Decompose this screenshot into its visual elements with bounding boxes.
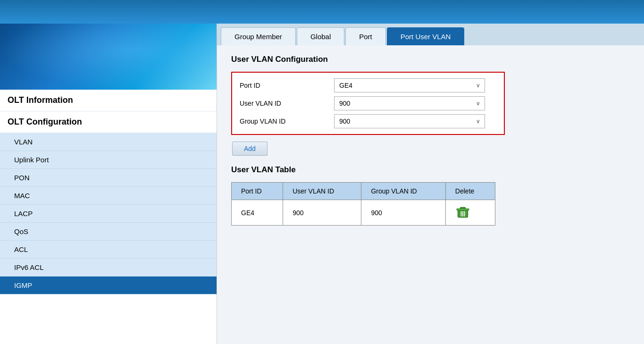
nav-title-olt-info[interactable]: OLT Information xyxy=(0,90,217,111)
svg-rect-2 xyxy=(457,209,469,210)
tab-global[interactable]: Global xyxy=(297,27,344,45)
cell-group-vlan-id: 900 xyxy=(361,200,445,226)
sidebar-banner xyxy=(0,24,217,90)
config-section-title: User VLAN Configuration xyxy=(231,55,630,64)
tab-group-member[interactable]: Group Member xyxy=(221,27,296,45)
cell-user-vlan-id: 900 xyxy=(283,200,361,226)
form-row-group-vlan: Group VLAN ID 900 xyxy=(240,114,496,128)
tab-port[interactable]: Port xyxy=(345,27,386,45)
main-layout: OLT Information OLT Configuration VLAN U… xyxy=(0,24,644,344)
table-section-title: User VLAN Table xyxy=(231,165,630,175)
cell-port-id: GE4 xyxy=(232,200,283,226)
group-vlan-select[interactable]: 900 xyxy=(334,114,485,128)
sidebar: OLT Information OLT Configuration VLAN U… xyxy=(0,24,217,344)
sidebar-nav: OLT Information OLT Configuration VLAN U… xyxy=(0,90,217,344)
form-row-port-id: Port ID GE4 xyxy=(240,78,496,92)
cell-delete xyxy=(445,200,495,226)
sidebar-item-qos[interactable]: QoS xyxy=(0,223,217,241)
page-content: User VLAN Configuration Port ID GE4 User… xyxy=(217,45,644,344)
config-form: Port ID GE4 User VLAN ID 900 xyxy=(231,72,505,135)
col-header-user-vlan-id: User VLAN ID xyxy=(283,183,361,200)
sidebar-item-pon[interactable]: PON xyxy=(0,169,217,187)
sidebar-item-ipv6-acl[interactable]: IPv6 ACL xyxy=(0,259,217,277)
content-area: Group Member Global Port Port User VLAN … xyxy=(217,24,644,344)
delete-button[interactable] xyxy=(455,205,470,220)
sidebar-item-uplink-port[interactable]: Uplink Port xyxy=(0,151,217,169)
vlan-table: Port ID User VLAN ID Group VLAN ID Delet… xyxy=(231,182,495,226)
port-id-select[interactable]: GE4 xyxy=(334,78,485,92)
tab-port-user-vlan[interactable]: Port User VLAN xyxy=(387,27,465,45)
port-id-select-wrapper: GE4 xyxy=(334,78,485,92)
user-vlan-select[interactable]: 900 xyxy=(334,96,485,110)
user-vlan-select-wrapper: 900 xyxy=(334,96,485,110)
col-header-group-vlan-id: Group VLAN ID xyxy=(361,183,445,200)
header-bar xyxy=(0,0,644,24)
sidebar-item-igmp[interactable]: IGMP xyxy=(0,277,217,294)
group-vlan-label: Group VLAN ID xyxy=(240,117,334,125)
form-row-user-vlan: User VLAN ID 900 xyxy=(240,96,496,110)
user-vlan-label: User VLAN ID xyxy=(240,100,334,107)
col-header-port-id: Port ID xyxy=(232,183,283,200)
sidebar-item-lacp[interactable]: LACP xyxy=(0,205,217,223)
sidebar-item-acl[interactable]: ACL xyxy=(0,241,217,259)
port-id-label: Port ID xyxy=(240,82,334,89)
col-header-delete: Delete xyxy=(445,183,495,200)
tabs-bar: Group Member Global Port Port User VLAN xyxy=(217,24,644,45)
sidebar-item-mac[interactable]: MAC xyxy=(0,187,217,205)
group-vlan-select-wrapper: 900 xyxy=(334,114,485,128)
add-button[interactable]: Add xyxy=(232,142,268,156)
table-row: GE4 900 900 xyxy=(232,200,495,226)
sidebar-item-vlan[interactable]: VLAN xyxy=(0,133,217,151)
table-section: User VLAN Table Port ID User VLAN ID Gro… xyxy=(231,165,630,226)
add-button-row: Add xyxy=(231,142,630,156)
nav-title-olt-config[interactable]: OLT Configuration xyxy=(0,111,217,133)
